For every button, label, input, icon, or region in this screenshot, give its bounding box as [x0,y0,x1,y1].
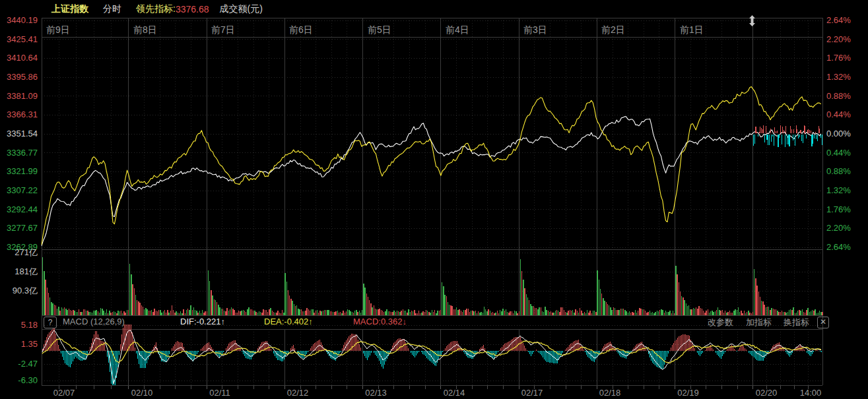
time-axis-label: 02/17 [521,388,543,398]
add-indicator-button[interactable]: 加指标 [746,317,772,328]
time-axis-label: 02/19 [677,388,699,398]
chart-header: 上证指数 分时 领先指标: 3376.68 成交额(元) [51,3,263,15]
price-axis-label: 3381.09 [0,92,38,101]
macd-axis-label: 5.18 [0,321,38,330]
indicator-name: MACD (12,26,9) [63,317,125,326]
price-axis-label: 3292.44 [0,205,38,214]
percent-axis-label: 1.32% [826,73,851,82]
help-button[interactable]: ? [44,317,57,328]
leading-indicator-label: 领先指标: [136,3,176,15]
panel-splitter-icon[interactable] [749,15,756,29]
volume-axis-label: 271亿 [0,248,38,257]
macd-dea-value: DEA:-0.402↑ [264,317,313,326]
turnover-label: 成交额(元) [220,3,263,15]
day-section-label: 前1日 [680,24,704,36]
macd-hist-value: MACD:0.362↓ [353,317,407,326]
day-section-label: 前2日 [601,24,625,36]
percent-axis-label: 0.44% [826,110,851,119]
day-section-label: 前3日 [523,24,547,36]
price-axis-label: 3307.22 [0,186,38,195]
price-axis-label: 3336.77 [0,148,38,158]
day-section-label: 前8日 [133,24,157,36]
percent-axis-label: 1.76% [826,53,851,63]
price-axis-label: 3410.64 [0,53,38,63]
time-axis-label: 02/11 [209,388,230,398]
time-axis-label: 02/10 [131,388,153,398]
percent-axis-label: 2.64% [826,16,851,25]
leading-indicator-value: 3376.68 [176,4,209,15]
change-params-button[interactable]: 改参数 [708,317,733,328]
price-axis-label: 3321.99 [0,167,38,176]
volume-axis-label: 181亿 [0,267,38,276]
macd-axis-label: 1.35 [0,340,38,349]
day-section-label: 前4日 [446,24,469,36]
price-axis-label: 3351.54 [0,129,38,138]
price-axis-label: 3440.19 [0,16,38,25]
time-axis-label: 14:00 [800,388,822,398]
price-axis-label: 3395.86 [0,73,38,82]
price-axis-label: 3277.67 [0,224,38,233]
time-axis-label: 02/07 [53,388,75,398]
percent-axis-label: 0.44% [826,148,851,158]
time-axis-label: 02/20 [756,388,778,398]
indicator-toolbar: ? MACD (12,26,9) DIF:-0.221↑ DEA:-0.402↑… [0,316,868,329]
percent-axis-label: 0.88% [826,167,851,176]
percent-axis-label: 0.00% [826,129,851,138]
symbol-name: 上证指数 [51,3,88,15]
percent-axis-label: 2.20% [826,224,851,233]
price-axis-label: 3425.41 [0,35,38,44]
percent-axis-label: 0.88% [826,92,851,101]
percent-axis-label: 1.76% [826,205,851,214]
time-axis-label: 02/13 [365,388,387,398]
percent-axis-label: 2.20% [826,35,851,44]
chart-mode-label: 分时 [103,3,121,15]
day-section-label: 前6日 [289,24,313,36]
volume-axis-label: 90.3亿 [0,286,38,295]
macd-axis-label: -6.30 [0,376,38,385]
macd-dif-value: DIF:-0.221↑ [180,317,225,326]
chart-canvas[interactable] [0,0,868,399]
price-axis-label: 3366.31 [0,110,38,119]
percent-axis-label: 2.64% [826,243,851,252]
time-axis-label: 02/14 [444,388,465,398]
switch-indicator-button[interactable]: 换指标 [784,317,809,328]
time-axis-label: 02/12 [287,388,309,398]
day-section-label: 前5日 [368,24,391,36]
time-axis-label: 02/18 [599,388,621,398]
day-section-label: 前9日 [46,24,70,36]
day-section-label: 前7日 [211,24,235,36]
percent-axis-label: 1.32% [826,186,851,195]
macd-axis-label: -2.47 [0,359,38,369]
close-indicator-button[interactable]: ✕ [817,317,829,328]
stock-chart-app: 上证指数 分时 领先指标: 3376.68 成交额(元) ? MACD (12,… [0,0,868,399]
